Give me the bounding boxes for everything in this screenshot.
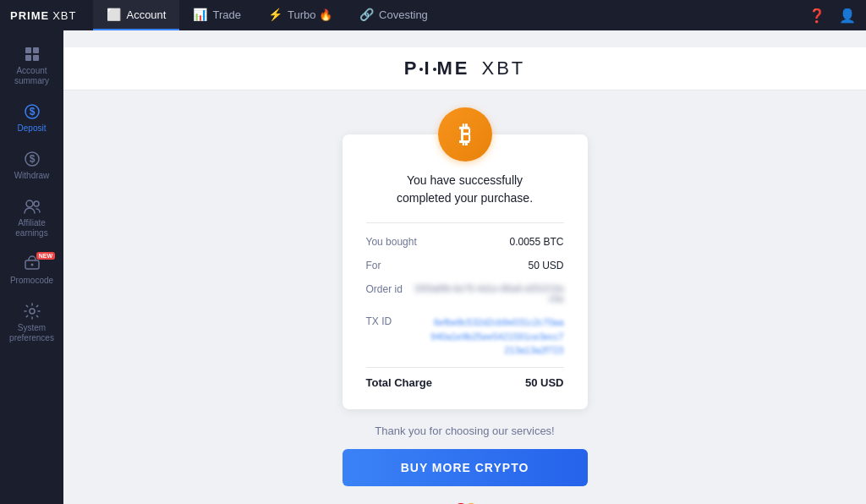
- orderid-label: Order id: [366, 283, 403, 295]
- top-navigation: PRIME XBT ⬜ Account 📊 Trade ⚡ Turbo 🔥 🔗 …: [0, 0, 866, 30]
- trade-tab-icon: 📊: [193, 8, 207, 21]
- orderid-value: 33f3a6fb-6e76-4d1e-86a9-d25221fac0a: [412, 283, 564, 304]
- brand-xbt: XBT: [482, 58, 526, 79]
- svg-point-9: [34, 201, 39, 206]
- total-label: Total Charge: [366, 376, 433, 389]
- buy-more-crypto-button[interactable]: BUY MORE CRYPTO: [343, 449, 588, 486]
- txid-value: 6efbe8c532d2cb9e031c2c70aa940a1e9b25ee54…: [430, 315, 563, 358]
- affiliate-icon: [23, 198, 41, 215]
- btc-symbol: ₿: [459, 121, 471, 149]
- svg-point-11: [30, 264, 33, 266]
- sidebar-item-promocode[interactable]: new Promocode: [0, 247, 63, 294]
- deposit-icon: $: [24, 103, 41, 120]
- sidebar-item-withdraw-label: Withdraw: [14, 171, 50, 181]
- sidebar-item-deposit[interactable]: $ Deposit: [0, 95, 63, 142]
- receipt-card: You have successfully completed your pur…: [343, 134, 588, 409]
- turbo-tab-icon: ⚡: [268, 8, 282, 21]
- brand-title: PIME XBT: [404, 58, 526, 79]
- svg-text:$: $: [29, 153, 35, 165]
- account-tab-icon: ⬜: [107, 8, 121, 21]
- tab-account-label: Account: [126, 8, 166, 21]
- sidebar-item-system-prefs-label: Systempreferences: [9, 323, 54, 343]
- nav-right-controls: ❓ 👤: [808, 8, 856, 24]
- divider-top: [366, 222, 564, 223]
- tab-trade-label: Trade: [212, 8, 240, 21]
- svg-rect-0: [25, 47, 31, 53]
- withdraw-icon: $: [24, 151, 41, 167]
- thank-you-text: Thank you for choosing our services!: [375, 425, 554, 437]
- help-icon[interactable]: ❓: [808, 8, 825, 24]
- btc-icon: ₿: [438, 107, 492, 162]
- sidebar-item-withdraw[interactable]: $ Withdraw: [0, 142, 63, 189]
- sidebar-item-deposit-label: Deposit: [18, 123, 47, 134]
- new-badge: new: [36, 252, 55, 260]
- svg-text:$: $: [29, 106, 35, 118]
- sidebar: Accountsummary $ Deposit $ Withdraw: [0, 30, 63, 504]
- user-icon[interactable]: 👤: [839, 8, 856, 24]
- txid-label: TX ID: [366, 315, 392, 327]
- tab-turbo[interactable]: ⚡ Turbo 🔥: [255, 0, 346, 30]
- content-header: PIME XBT: [63, 47, 866, 90]
- sidebar-item-affiliate-label: Affiliateearnings: [15, 218, 47, 238]
- receipt-total-row: Total Charge 50 USD: [366, 367, 564, 392]
- receipt-row-for: For 50 USD: [366, 254, 564, 277]
- total-value: 50 USD: [525, 376, 564, 389]
- tab-account[interactable]: ⬜ Account: [93, 0, 179, 30]
- sidebar-item-affiliate[interactable]: Affiliateearnings: [0, 189, 63, 247]
- logo: PRIME XBT: [10, 9, 76, 22]
- sidebar-item-promocode-label: Promocode: [10, 276, 53, 286]
- bought-label: You bought: [366, 236, 417, 248]
- receipt-row-orderid: Order id 33f3a6fb-6e76-4d1e-86a9-d25221f…: [366, 277, 564, 310]
- svg-point-12: [30, 309, 35, 314]
- tab-turbo-label: Turbo 🔥: [288, 8, 332, 21]
- receipt-wrapper: ₿ You have successfully completed your p…: [63, 107, 866, 504]
- sidebar-item-account-summary-label: Accountsummary: [14, 66, 49, 86]
- for-value: 50 USD: [528, 260, 563, 271]
- svg-rect-1: [33, 47, 39, 53]
- logo-prime: PRIME: [10, 9, 49, 22]
- system-preferences-icon: [24, 303, 41, 320]
- covesting-tab-icon: 🔗: [359, 8, 374, 21]
- tab-covesting-label: Covesting: [379, 8, 428, 21]
- svg-point-8: [26, 200, 33, 207]
- main-layout: Accountsummary $ Deposit $ Withdraw: [0, 30, 866, 504]
- logo-xbt: XBT: [52, 9, 76, 22]
- tab-trade[interactable]: 📊 Trade: [179, 0, 254, 30]
- sidebar-item-account-summary[interactable]: Accountsummary: [0, 37, 63, 95]
- nav-tabs: ⬜ Account 📊 Trade ⚡ Turbo 🔥 🔗 Covesting: [93, 0, 808, 30]
- account-summary-icon: [24, 46, 41, 63]
- main-content: PIME XBT ₿ You have successfully complet…: [63, 30, 866, 504]
- bought-value: 0.0055 BTC: [509, 236, 563, 248]
- receipt-row-txid: TX ID 6efbe8c532d2cb9e031c2c70aa940a1e9b…: [366, 310, 564, 364]
- svg-rect-3: [33, 55, 39, 61]
- tab-covesting[interactable]: 🔗 Covesting: [346, 0, 441, 30]
- svg-rect-2: [25, 55, 31, 61]
- success-message: You have successfully completed your pur…: [366, 172, 564, 207]
- for-label: For: [366, 260, 381, 271]
- brand-prime: PIME: [404, 58, 470, 79]
- sidebar-item-system-preferences[interactable]: Systempreferences: [0, 294, 63, 352]
- receipt-row-bought: You bought 0.0055 BTC: [366, 230, 564, 254]
